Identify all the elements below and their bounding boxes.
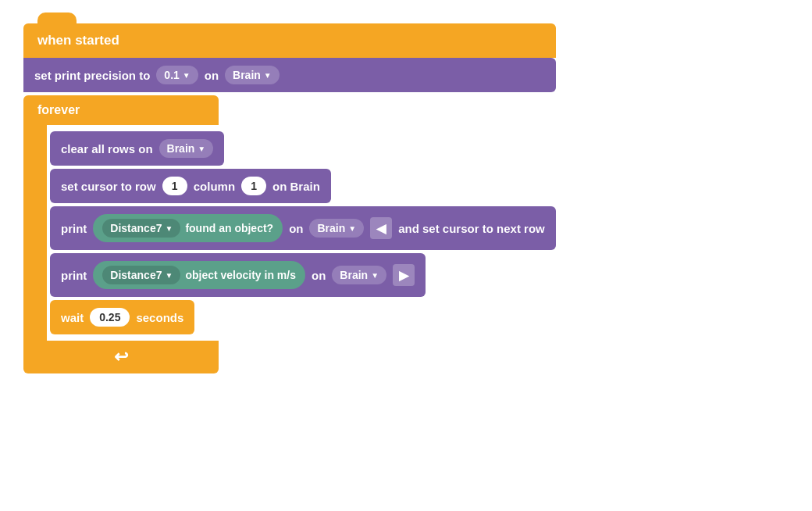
- print2-label: print: [61, 269, 87, 282]
- precision-dropdown-arrow: ▼: [183, 71, 191, 80]
- clear-all-rows-label: clear all rows on: [61, 142, 153, 155]
- print2-sensor-arrow: ▼: [165, 271, 173, 280]
- forever-label: forever: [37, 103, 80, 116]
- print2-action: object velocity in m/s: [185, 269, 296, 281]
- print2-sensor-block[interactable]: Distance7 ▼ object velocity in m/s: [93, 261, 305, 289]
- print1-sensor-arrow: ▼: [165, 224, 173, 233]
- print1-action: found an object?: [185, 222, 273, 234]
- when-started-block[interactable]: when started: [23, 23, 556, 58]
- print2-sensor-dropdown[interactable]: Distance7 ▼: [102, 266, 180, 284]
- set-print-precision-block[interactable]: set print precision to 0.1 ▼ on Brain ▼: [23, 58, 556, 92]
- forever-header[interactable]: forever: [23, 95, 219, 125]
- print1-label: print: [61, 222, 87, 235]
- precision-brain-arrow: ▼: [264, 71, 272, 80]
- print1-left-arrow[interactable]: ◀: [370, 217, 392, 239]
- print1-sensor-block[interactable]: Distance7 ▼ found an object?: [93, 214, 283, 242]
- print1-on: on: [289, 222, 303, 235]
- print1-sensor-dropdown[interactable]: Distance7 ▼: [102, 219, 180, 238]
- precision-label: set print precision to: [34, 69, 150, 82]
- forever-block: forever clear all rows on Brain ▼: [23, 95, 556, 373]
- main-stack: when started set print precision to 0.1 …: [23, 23, 556, 373]
- blocks-container: when started set print precision to 0.1 …: [16, 16, 796, 381]
- print1-brain-arrow: ▼: [348, 224, 356, 233]
- forever-footer: ↩: [23, 341, 219, 373]
- cursor-label3: on Brain: [272, 180, 320, 193]
- print2-block[interactable]: print Distance7 ▼ object velocity in m/s…: [50, 253, 426, 297]
- wait-label1: wait: [61, 311, 84, 324]
- print2-brain-arrow: ▼: [371, 271, 379, 280]
- cursor-col-input[interactable]: 1: [241, 177, 266, 195]
- print1-block[interactable]: print Distance7 ▼ found an object? on Br…: [50, 206, 556, 250]
- forever-body: clear all rows on Brain ▼ set cursor to …: [23, 125, 556, 341]
- forever-inner: clear all rows on Brain ▼ set cursor to …: [47, 125, 556, 341]
- set-cursor-block[interactable]: set cursor to row 1 column 1 on Brain: [50, 169, 331, 203]
- cursor-row-input[interactable]: 1: [162, 177, 187, 195]
- forever-left-bar: [23, 125, 47, 341]
- clear-all-rows-block[interactable]: clear all rows on Brain ▼: [50, 131, 224, 166]
- clear-brain-dropdown[interactable]: Brain ▼: [159, 139, 214, 158]
- cursor-label1: set cursor to row: [61, 180, 156, 193]
- loop-arrow: ↩: [114, 347, 128, 367]
- when-started-label: when started: [37, 33, 119, 48]
- print2-on: on: [312, 269, 326, 282]
- on-label: on: [205, 69, 219, 82]
- cursor-label2: column: [194, 180, 235, 193]
- print1-brain-dropdown[interactable]: Brain ▼: [309, 219, 364, 238]
- wait-block[interactable]: wait 0.25 seconds: [50, 300, 194, 334]
- precision-brain-dropdown[interactable]: Brain ▼: [225, 66, 280, 84]
- print2-right-arrow[interactable]: ▶: [393, 264, 415, 286]
- print1-extra: and set cursor to next row: [398, 222, 545, 235]
- wait-label2: seconds: [136, 311, 183, 324]
- wait-value-input[interactable]: 0.25: [90, 308, 130, 327]
- clear-brain-arrow: ▼: [198, 145, 205, 153]
- precision-value-dropdown[interactable]: 0.1 ▼: [156, 66, 198, 84]
- print2-brain-dropdown[interactable]: Brain ▼: [332, 266, 386, 284]
